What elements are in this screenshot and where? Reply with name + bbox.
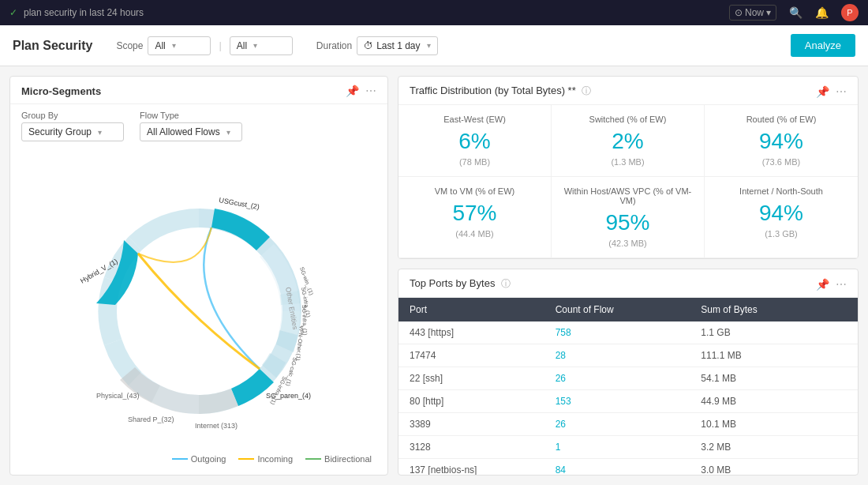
header: Plan Security Scope All | All Duration ⏱… — [0, 25, 868, 66]
port-name: 3389 — [410, 419, 556, 430]
table-body: 443 [https] 758 1.1 GB 17474 28 111.1 MB… — [398, 321, 858, 475]
chart-legend: Outgoing Incoming Bidirectional — [172, 454, 372, 464]
group-by-label: Group By — [21, 111, 124, 120]
bidirectional-label: Bidirectional — [324, 454, 372, 464]
flow-count[interactable]: 26 — [556, 373, 702, 384]
table-row: 443 [https] 758 1.1 GB — [398, 321, 858, 344]
traffic-cell-sub: (73.6 MB) — [716, 157, 847, 167]
traffic-cell-sub: (44.4 MB) — [410, 229, 540, 239]
incoming-line — [238, 458, 254, 460]
traffic-cell-value: 2% — [563, 129, 693, 154]
micro-segments-chart[interactable]: USGcust_(2) Hybrid_V_(1) SG_paren_(4) In… — [65, 177, 333, 446]
traffic-cell-value: 6% — [410, 129, 540, 154]
ports-table: PortCount of FlowSum of Bytes 443 [https… — [398, 298, 858, 475]
traffic-cell-sub: (1.3 GB) — [716, 229, 847, 239]
svg-text:USGcust_(2): USGcust_(2) — [219, 196, 260, 211]
traffic-cell-label: Within Host/AWS VPC (% of VM-VM) — [563, 186, 693, 205]
separator: | — [219, 39, 221, 51]
column-header-2: Sum of Bytes — [701, 304, 847, 315]
traffic-cell-2: Routed (% of EW) 94% (73.6 MB) — [705, 105, 858, 177]
traffic-cell-3: VM to VM (% of EW) 57% (44.4 MB) — [398, 177, 552, 258]
now-label: Now — [745, 7, 764, 18]
flow-type-value: All Allowed Flows — [147, 126, 220, 137]
flow-count[interactable]: 26 — [556, 419, 702, 430]
table-row: 3128 1 3.2 MB — [398, 436, 858, 459]
duration-dropdown[interactable]: ⏱ Last 1 day — [357, 36, 437, 55]
traffic-cell-0: East-West (EW) 6% (78 MB) — [398, 105, 552, 177]
ports-title: Top Ports by Bytes ⓘ — [410, 277, 511, 291]
bell-icon[interactable]: 🔔 — [815, 6, 829, 19]
bytes-sum: 1.1 GB — [701, 327, 847, 338]
flow-count[interactable]: 84 — [556, 464, 702, 475]
traffic-title: Traffic Distribution (by Total Bytes) **… — [410, 85, 591, 98]
flow-type-filter: Flow Type All Allowed Flows — [140, 111, 242, 141]
panel-actions: 📌 ⋯ — [346, 85, 376, 97]
search-icon[interactable]: 🔍 — [789, 6, 803, 19]
port-name: 137 [netbios-ns] — [410, 464, 556, 475]
port-name: 17474 — [410, 350, 556, 361]
pin-icon[interactable]: 📌 — [346, 85, 359, 97]
now-chevron: ▾ — [766, 7, 771, 18]
ports-info-icon: ⓘ — [501, 278, 511, 289]
table-row: 80 [http] 153 44.9 MB — [398, 390, 858, 413]
chart-area: USGcust_(2) Hybrid_V_(1) SG_paren_(4) In… — [10, 148, 387, 475]
traffic-cell-sub: (1.3 MB) — [563, 157, 693, 167]
svg-text:Shared P_(32): Shared P_(32) — [128, 415, 174, 423]
traffic-cell-4: Within Host/AWS VPC (% of VM-VM) 95% (42… — [552, 177, 705, 258]
filter-row: Group By Security Group Flow Type All Al… — [10, 104, 387, 148]
duration-icon: ⏱ — [364, 40, 373, 51]
topbar-actions: ⊙ Now ▾ 🔍 🔔 P — [729, 4, 859, 21]
table-row: 3389 26 10.1 MB — [398, 413, 858, 436]
clock-icon: ⊙ — [735, 7, 743, 18]
group-by-dropdown[interactable]: Security Group — [21, 122, 124, 141]
traffic-more-icon[interactable]: ⋯ — [836, 85, 847, 98]
incoming-label: Incoming — [257, 454, 293, 464]
flow-count[interactable]: 758 — [556, 327, 702, 338]
port-name: 22 [ssh] — [410, 373, 556, 384]
traffic-cell-5: Internet / North-South 94% (1.3 GB) — [705, 177, 858, 258]
bytes-sum: 54.1 MB — [701, 373, 847, 384]
flow-count[interactable]: 153 — [556, 396, 702, 407]
bytes-sum: 44.9 MB — [701, 396, 847, 407]
flow-type-label: Flow Type — [140, 111, 242, 120]
bytes-sum: 111.1 MB — [701, 350, 847, 361]
scope-dropdown[interactable]: All — [148, 36, 211, 55]
table-row: 137 [netbios-ns] 84 3.0 MB — [398, 459, 858, 475]
flow-count[interactable]: 28 — [556, 350, 702, 361]
micro-segments-panel: Micro-Segments 📌 ⋯ Group By Security Gro… — [9, 76, 388, 476]
traffic-cell-label: Switched (% of EW) — [563, 115, 693, 124]
column-header-0: Port — [410, 304, 556, 315]
svg-point-0 — [142, 254, 256, 368]
port-name: 443 [https] — [410, 327, 556, 338]
more-icon[interactable]: ⋯ — [365, 85, 376, 97]
bytes-sum: 3.2 MB — [701, 442, 847, 453]
page-title: Plan Security — [13, 39, 92, 53]
info-icon: ⓘ — [582, 85, 591, 96]
bytes-sum: 10.1 MB — [701, 419, 847, 430]
svg-text:Physical_(43): Physical_(43) — [96, 392, 140, 400]
panel-title: Micro-Segments — [21, 85, 101, 97]
scope-secondary-dropdown[interactable]: All — [230, 36, 293, 55]
ports-pin-icon[interactable]: 📌 — [816, 278, 829, 291]
scope-secondary-value: All — [237, 40, 247, 51]
check-icon: ✓ — [9, 7, 17, 18]
ports-header: Top Ports by Bytes ⓘ 📌 ⋯ — [398, 269, 858, 298]
avatar[interactable]: P — [841, 4, 859, 21]
topbar: ✓ plan security in last 24 hours ⊙ Now ▾… — [0, 0, 868, 25]
now-button[interactable]: ⊙ Now ▾ — [729, 5, 776, 21]
group-by-filter: Group By Security Group — [21, 111, 124, 141]
legend-bidirectional: Bidirectional — [305, 454, 372, 464]
analyze-button[interactable]: Analyze — [791, 34, 855, 57]
traffic-grid: East-West (EW) 6% (78 MB) Switched (% of… — [398, 105, 858, 258]
traffic-actions: 📌 ⋯ — [816, 85, 847, 98]
flow-count[interactable]: 1 — [556, 442, 702, 453]
traffic-pin-icon[interactable]: 📌 — [816, 85, 829, 98]
flow-type-dropdown[interactable]: All Allowed Flows — [140, 122, 242, 141]
outgoing-label: Outgoing — [191, 454, 226, 464]
ports-panel: Top Ports by Bytes ⓘ 📌 ⋯ PortCount of Fl… — [398, 269, 859, 476]
scope-label: Scope — [116, 40, 143, 51]
ports-more-icon[interactable]: ⋯ — [836, 278, 847, 291]
status-text: plan security in last 24 hours — [24, 7, 144, 18]
traffic-cell-value: 57% — [410, 201, 540, 226]
table-header: PortCount of FlowSum of Bytes — [398, 298, 858, 321]
